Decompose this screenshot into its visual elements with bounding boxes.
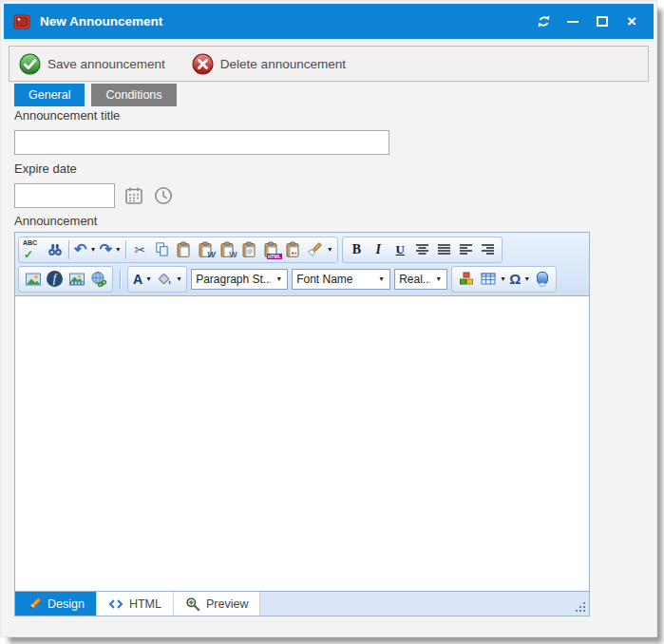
copy-button[interactable]	[151, 238, 173, 260]
insert-symbol-caret-icon[interactable]	[522, 275, 531, 283]
paste-from-word-strip-font-button[interactable]: W	[217, 238, 238, 260]
align-left-button[interactable]	[455, 238, 477, 260]
save-announcement-button[interactable]: Save announcement	[19, 53, 165, 75]
silverlight-manager-button[interactable]	[531, 268, 553, 290]
tab-conditions[interactable]: Conditions	[91, 84, 176, 106]
minimize-icon	[567, 21, 579, 23]
insert-symbol-button[interactable]: Ω	[507, 268, 522, 290]
fill-color-caret-icon[interactable]	[175, 275, 183, 283]
pencil-icon	[27, 597, 42, 612]
preview-mode-label: Preview	[206, 597, 248, 611]
insert-snippet-button[interactable]	[455, 268, 477, 290]
flash-manager-button[interactable]: f	[44, 268, 66, 290]
format-painter-caret-icon[interactable]	[326, 245, 334, 254]
align-right-button[interactable]	[477, 238, 499, 260]
font-size-value: Real...	[399, 273, 430, 286]
font-name-caret-icon	[377, 275, 386, 283]
image-manager-button[interactable]	[22, 268, 44, 290]
maximize-button[interactable]	[590, 9, 615, 34]
format-painter-button[interactable]	[304, 238, 326, 260]
refresh-button[interactable]	[531, 9, 556, 34]
announcement-body-label: Announcement	[14, 214, 97, 228]
paste-plain-text-button[interactable]	[238, 238, 260, 260]
action-toolbar: Save announcement Delete announcement	[9, 46, 649, 82]
page-tabs: General Conditions	[14, 84, 177, 106]
toolbar-separator	[125, 240, 126, 259]
undo-dropdown-caret-icon[interactable]	[88, 245, 97, 254]
spellcheck-button[interactable]: ABC ✓	[22, 238, 44, 260]
time-picker-button[interactable]	[152, 184, 175, 207]
font-color-caret-icon[interactable]	[144, 275, 153, 283]
redo-button[interactable]: ↷	[97, 238, 113, 260]
toolbar-separator	[120, 270, 121, 289]
font-size-caret-icon	[434, 275, 443, 283]
paste-as-html-button[interactable]: HTML	[260, 238, 282, 260]
refresh-icon	[536, 13, 552, 29]
underline-icon: U	[396, 242, 405, 257]
scissors-icon: ✂	[134, 242, 145, 257]
design-mode-tab[interactable]: Design	[15, 592, 97, 616]
paint-bucket-icon	[156, 271, 173, 288]
format-painter-icon	[306, 241, 323, 258]
clock-icon	[153, 185, 174, 206]
undo-button[interactable]: ↶	[72, 238, 88, 260]
bold-button[interactable]: B	[346, 238, 368, 260]
find-replace-button[interactable]	[44, 238, 66, 260]
insert-media-tool-group: f	[18, 266, 113, 293]
fill-color-button[interactable]	[153, 268, 175, 290]
html-mode-tab[interactable]: HTML	[97, 592, 174, 616]
paste-special-button[interactable]	[282, 238, 304, 260]
font-size-select[interactable]: Real...	[394, 269, 447, 290]
align-left-icon	[459, 243, 473, 256]
insert-table-caret-icon[interactable]	[499, 275, 507, 283]
paste-button[interactable]	[173, 238, 195, 260]
cut-button[interactable]: ✂	[129, 238, 151, 260]
expire-date-input[interactable]	[14, 183, 115, 208]
close-button[interactable]: ×	[619, 9, 644, 34]
new-announcement-window: New Announcement × Save announc	[0, 0, 657, 637]
insert-table-button[interactable]	[477, 268, 499, 290]
media-manager-button[interactable]	[66, 268, 87, 290]
paragraph-style-select[interactable]: Paragraph St...	[191, 269, 288, 290]
tab-general[interactable]: General	[14, 84, 85, 106]
editor-toolbar-row-2: f	[18, 264, 586, 294]
delete-announcement-button[interactable]: Delete announcement	[192, 53, 346, 75]
html-mode-label: HTML	[129, 597, 161, 611]
hyperlink-manager-icon	[90, 271, 107, 288]
maximize-icon	[597, 16, 608, 27]
undo-icon: ↶	[74, 242, 86, 257]
paste-from-word-strip-icon	[218, 241, 236, 258]
hyperlink-manager-button[interactable]	[87, 268, 109, 290]
paste-from-word-icon	[197, 241, 214, 258]
paste-special-icon	[284, 241, 301, 258]
resize-grip[interactable]	[575, 601, 586, 613]
italic-button[interactable]: I	[368, 238, 389, 260]
minimize-button[interactable]	[560, 9, 585, 34]
paste-icon	[175, 241, 192, 258]
paragraph-style-value: Paragraph St...	[196, 273, 271, 286]
announcement-title-input[interactable]	[14, 130, 389, 155]
paste-from-word-button[interactable]: W	[195, 238, 217, 260]
preview-mode-tab[interactable]: Preview	[174, 592, 260, 616]
insert-objects-tool-group: Ω	[451, 266, 557, 293]
binoculars-icon	[47, 241, 64, 258]
calendar-picker-button[interactable]	[123, 184, 145, 207]
redo-dropdown-caret-icon[interactable]	[114, 245, 123, 254]
redo-icon: ↷	[99, 242, 111, 257]
toolbar-separator	[68, 240, 69, 259]
justify-button[interactable]	[433, 238, 455, 260]
align-center-button[interactable]	[411, 238, 433, 260]
html-brackets-icon	[108, 597, 123, 611]
paragraph-style-caret-icon	[275, 275, 283, 283]
silverlight-manager-icon	[534, 271, 551, 288]
underline-button[interactable]: U	[389, 238, 411, 260]
italic-icon: I	[376, 242, 381, 257]
window-title: New Announcement	[40, 14, 526, 28]
image-manager-icon	[25, 271, 42, 288]
flash-manager-icon: f	[47, 271, 63, 287]
delete-x-icon	[192, 53, 214, 75]
font-name-select[interactable]: Font Name	[292, 269, 390, 290]
font-color-button[interactable]: A	[131, 268, 144, 290]
editor-canvas[interactable]	[15, 296, 589, 591]
save-announcement-label: Save announcement	[47, 57, 165, 71]
